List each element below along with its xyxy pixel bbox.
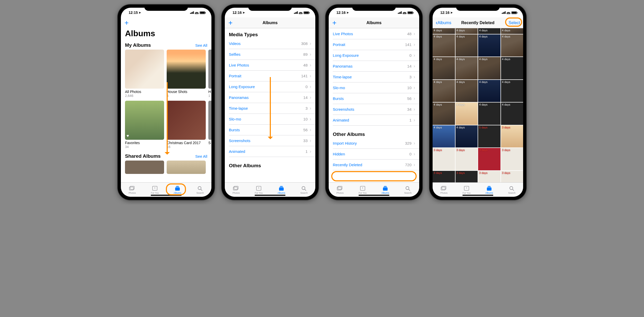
tab-photos[interactable]: Photos (225, 183, 247, 197)
notch (248, 5, 292, 11)
see-all-my[interactable]: See All (195, 43, 207, 48)
days-remaining-label: 4 days (502, 29, 510, 32)
photo-thumbnail[interactable]: 4 days (455, 102, 478, 125)
other-albums-header: Other Albums (225, 157, 315, 169)
photo-thumbnail[interactable]: 3 days (501, 125, 523, 148)
media-row-panoramas[interactable]: Panoramas14› (329, 61, 419, 71)
row-count: 10 (407, 86, 412, 90)
tab-search[interactable]: Search (500, 183, 523, 197)
photo-thumbnail[interactable]: 3 days (455, 171, 478, 182)
photo-thumbnail[interactable]: 4 days (501, 80, 523, 102)
photo-thumbnail[interactable]: 3 days (501, 148, 523, 170)
tab-photos[interactable]: Photos (121, 183, 144, 197)
nav-title: Albums (366, 21, 382, 25)
other-row-hidden[interactable]: Hidden0› (329, 148, 419, 159)
media-row-time-lapse[interactable]: Time-lapse3› (225, 103, 315, 114)
add-button[interactable]: + (124, 19, 129, 26)
photo-thumbnail[interactable]: 4 days (433, 28, 455, 34)
other-row-import-history[interactable]: Import History329› (329, 138, 419, 148)
media-row-animated[interactable]: Animated1› (225, 146, 315, 157)
album-partial[interactable]: H 1 (208, 50, 211, 98)
photo-thumbnail[interactable]: 3 days (455, 148, 478, 170)
photo-thumbnail[interactable]: 4 days (433, 80, 455, 102)
media-types-header: Media Types (225, 28, 315, 38)
tab-search[interactable]: Search (189, 183, 211, 197)
media-row-bursts[interactable]: Bursts56› (329, 93, 419, 104)
media-row-screenshots[interactable]: Screenshots33› (225, 135, 315, 146)
svg-rect-21 (384, 186, 387, 187)
photo-thumbnail[interactable]: 4 days (433, 125, 455, 148)
home-indicator[interactable] (255, 195, 285, 196)
chevron-right-icon: › (310, 116, 311, 122)
see-all-shared[interactable]: See All (195, 154, 207, 158)
days-remaining-label: 4 days (457, 103, 465, 106)
photo-thumbnail[interactable]: 4 days (478, 102, 500, 125)
photo-thumbnail[interactable]: 3 days (433, 148, 455, 170)
tab-photos[interactable]: Photos (329, 183, 351, 197)
photo-thumbnail[interactable]: 5 days (478, 125, 500, 148)
tab-search[interactable]: Search (397, 183, 419, 197)
days-remaining-label: 4 days (457, 126, 465, 129)
shared-album-2[interactable] (167, 161, 206, 174)
photo-thumbnail[interactable]: 4 days (478, 57, 500, 79)
media-row-portrait[interactable]: Portrait141› (225, 70, 315, 81)
media-row-long-exposure[interactable]: Long Exposure0› (329, 50, 419, 61)
photo-thumbnail[interactable]: 4 days (501, 102, 523, 125)
photo-thumbnail[interactable]: 4 days (433, 57, 455, 79)
svg-rect-11 (279, 188, 284, 191)
media-row-slo-mo[interactable]: Slo-mo10› (225, 114, 315, 124)
photo-thumbnail[interactable]: 4 days (455, 80, 478, 102)
tab-search[interactable]: Search (293, 183, 315, 197)
media-row-time-lapse[interactable]: Time-lapse3› (329, 71, 419, 82)
photo-thumbnail[interactable]: 3 days (433, 171, 455, 182)
back-button[interactable]: ‹Albums (436, 20, 451, 26)
photo-thumbnail[interactable]: 4 days (478, 28, 500, 34)
media-row-live-photos[interactable]: Live Photos48› (329, 28, 419, 39)
photo-thumbnail[interactable]: 3 days (478, 171, 500, 182)
photo-thumbnail[interactable]: 4 days (433, 34, 455, 57)
photo-thumbnail[interactable]: 4 days (478, 34, 500, 57)
svg-rect-27 (487, 188, 491, 191)
media-row-portrait[interactable]: Portrait141› (329, 39, 419, 50)
media-row-selfies[interactable]: Selfies89› (225, 49, 315, 60)
album-favorites[interactable]: ♥ Favorites 34 (125, 101, 164, 149)
photo-thumbnail[interactable]: 4 days (478, 80, 500, 102)
photo-thumbnail[interactable]: 3 days (501, 171, 523, 182)
media-row-animated[interactable]: Animated1› (329, 115, 419, 125)
nav-bar: + Albums (225, 17, 315, 28)
media-row-long-exposure[interactable]: Long Exposure0› (225, 81, 315, 92)
photo-thumbnail[interactable]: 4 days (455, 125, 478, 148)
media-row-bursts[interactable]: Bursts56› (225, 124, 315, 135)
home-indicator[interactable] (151, 195, 182, 196)
album-house-shots[interactable]: House Shots 6 (167, 50, 206, 98)
add-button[interactable]: + (332, 19, 336, 26)
album-christmas[interactable]: Christmas Card 2017 16 (167, 101, 206, 149)
photo-thumbnail[interactable]: 4 days (501, 57, 523, 79)
home-indicator[interactable] (462, 195, 493, 196)
media-row-panoramas[interactable]: Panoramas14› (225, 92, 315, 103)
photo-thumbnail[interactable]: 3 days (478, 148, 500, 170)
album-partial-2[interactable]: S (208, 101, 211, 149)
row-label: Portrait (229, 74, 301, 78)
media-row-videos[interactable]: Videos308› (225, 38, 315, 49)
days-remaining-label: 4 days (457, 35, 465, 38)
photo-thumbnail[interactable]: 4 days (433, 102, 455, 125)
row-count: 308 (301, 41, 308, 46)
media-row-slo-mo[interactable]: Slo-mo10› (329, 82, 419, 93)
home-indicator[interactable] (359, 195, 389, 196)
photo-thumbnail[interactable]: 4 days (501, 28, 523, 34)
photo-thumbnail[interactable]: 4 days (455, 57, 478, 79)
photo-thumbnail[interactable]: 4 days (455, 34, 478, 57)
media-row-screenshots[interactable]: Screenshots34› (329, 104, 419, 115)
shared-album-1[interactable] (125, 161, 164, 174)
battery-icon (200, 11, 205, 14)
select-button[interactable]: Select (509, 21, 520, 25)
photo-thumbnail[interactable]: 4 days (501, 34, 523, 57)
photo-thumbnail[interactable]: 4 days (455, 28, 478, 34)
add-button[interactable]: + (228, 19, 232, 26)
media-row-live-photos[interactable]: Live Photos48› (225, 60, 315, 70)
svg-rect-19 (383, 188, 388, 191)
tab-photos[interactable]: Photos (433, 183, 455, 197)
album-all-photos[interactable]: All Photos 2,646 (125, 50, 164, 98)
other-row-recently-deleted[interactable]: Recently Deleted720› (329, 159, 419, 170)
